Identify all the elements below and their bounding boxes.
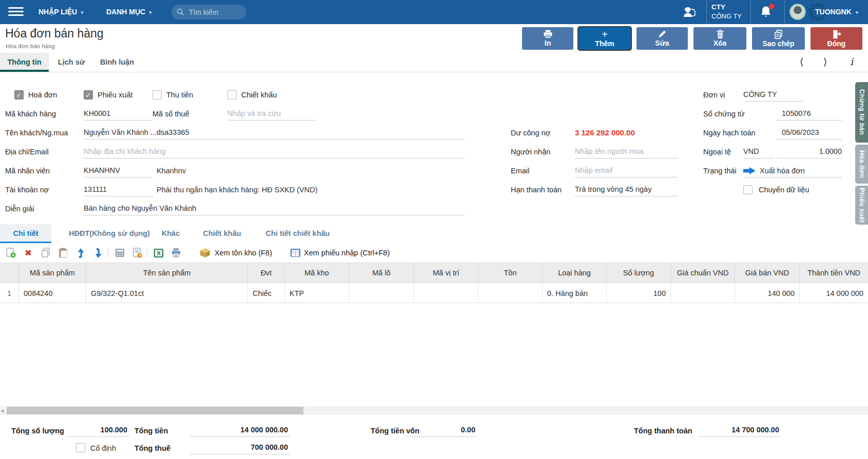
dien-giai-field[interactable] xyxy=(84,202,465,215)
detail-tab-chiet-khau[interactable]: Chiết khấu xyxy=(198,224,246,243)
field-label: Email xyxy=(511,165,529,176)
nav-menu-label: NHẬP LIỆU xyxy=(38,8,77,16)
checkbox-chiet-khau[interactable] xyxy=(227,90,237,99)
ngay-hach-toan-field[interactable] xyxy=(777,126,842,139)
notifications-button[interactable] xyxy=(759,5,774,20)
side-tab-hoa-don[interactable]: Hóa đơn xyxy=(855,145,868,184)
print-button[interactable]: In xyxy=(522,27,573,50)
email-field[interactable] xyxy=(575,164,678,177)
side-tab-chung-tu-ban[interactable]: Chứng từ bán xyxy=(855,82,868,143)
print-grid-button[interactable] xyxy=(169,246,183,260)
exit-door-icon xyxy=(832,30,841,39)
ngoai-te-field[interactable] xyxy=(743,145,774,158)
field-label: Đơn vị xyxy=(703,89,725,101)
report-button[interactable] xyxy=(130,246,144,260)
delete-row-button[interactable]: ✖ xyxy=(22,246,35,260)
tai-khoan-no-field[interactable] xyxy=(84,183,153,196)
company-selector[interactable]: CTY CÔNG TY xyxy=(711,3,742,21)
search-input[interactable] xyxy=(188,8,243,17)
button-label: In xyxy=(545,39,551,47)
so-chung-tu-field[interactable] xyxy=(777,107,842,121)
trang-thai-field[interactable]: Xuất hóa đơn xyxy=(743,164,842,177)
ma-nhan-vien-field[interactable] xyxy=(84,164,153,177)
copy-button[interactable]: Sao chép xyxy=(752,27,805,50)
printer-small-icon xyxy=(171,248,181,257)
cell-dvt: Chiếc xyxy=(247,284,284,303)
arrow-up-icon xyxy=(76,248,85,258)
edit-button[interactable]: Sửa xyxy=(636,27,688,50)
scrollbar-thumb[interactable] xyxy=(7,407,303,414)
paste-row-button[interactable] xyxy=(56,246,70,260)
ma-khach-hang-field[interactable] xyxy=(84,107,153,121)
header-cell: Giá chuẩn VND xyxy=(670,263,735,283)
copy-row-icon xyxy=(41,248,51,258)
checkbox-phieu-xuat[interactable]: ✓ xyxy=(84,90,93,99)
field-label: Tên khách/Ng.mua xyxy=(5,127,68,138)
detail-tab-chi-tiet-chiet-khau[interactable]: Chi tiết chiết khấu xyxy=(259,224,336,243)
cell-loai-hang: 0. Hàng bán xyxy=(542,284,606,303)
delete-button[interactable]: Xóa xyxy=(693,27,746,50)
button-label: Thêm xyxy=(595,39,614,48)
close-button[interactable]: Đóng xyxy=(811,27,862,50)
nav-menu-danh-muc[interactable]: DANH MỤC▾ xyxy=(106,0,152,24)
page-subtitle: Hóa đơn bán hàng xyxy=(6,43,55,49)
table-row[interactable]: 1 0084240 G9/322-Q1.01ct Chiếc KTP 0. Hà… xyxy=(0,284,868,303)
calculator-icon xyxy=(115,248,125,257)
global-search[interactable] xyxy=(171,5,246,19)
info-icon[interactable]: i xyxy=(850,53,853,72)
cell-ma-vi-tri xyxy=(414,284,478,303)
field-label: Mã nhân viên xyxy=(5,165,50,176)
nav-menu-nhap-lieu[interactable]: NHẬP LIỆU▾ xyxy=(38,0,84,24)
header-cell: Mã vị trí xyxy=(414,263,478,283)
add-button[interactable]: + Thêm xyxy=(578,27,631,50)
header-cell: Tên sản phẩm xyxy=(86,263,247,283)
horizontal-scrollbar[interactable]: ◂ xyxy=(0,406,868,415)
plus-icon: + xyxy=(602,30,608,39)
next-record-button[interactable]: ⟩ xyxy=(823,53,827,72)
chevron-down-icon: ▾ xyxy=(149,9,152,15)
field-label: Mã số thuế xyxy=(152,108,189,119)
view-stock-button[interactable] xyxy=(198,246,211,260)
button-label: Đóng xyxy=(827,39,846,48)
tab-lich-su[interactable]: Lịch sử xyxy=(53,53,90,72)
dia-chi-field[interactable] xyxy=(84,145,465,158)
scroll-left-arrow-icon[interactable]: ◂ xyxy=(1,406,4,415)
don-vi-field[interactable] xyxy=(743,88,803,102)
field-label: Mã khách hàng xyxy=(5,108,56,119)
ty-gia-field[interactable] xyxy=(777,145,842,158)
view-receipt-button[interactable] xyxy=(288,246,302,260)
view-receipt-label[interactable]: Xem phiếu nhập (Ctrl+F8) xyxy=(304,243,390,263)
prev-record-button[interactable]: ⟨ xyxy=(800,53,803,72)
copy-row-button[interactable] xyxy=(39,246,52,260)
export-excel-button[interactable] xyxy=(152,246,165,260)
support-headset-icon[interactable] xyxy=(682,5,697,20)
checkbox-thu-tien[interactable] xyxy=(152,90,162,99)
tab-thong-tin[interactable]: Thông tin xyxy=(0,53,49,72)
checkbox-chuyen-du-lieu[interactable] xyxy=(743,185,753,194)
add-row-button[interactable] xyxy=(4,246,17,260)
record-tabbar: Thông tin Lịch sử Bình luận ⟨ ⟩ i xyxy=(0,53,868,72)
view-stock-label[interactable]: Xem tồn kho (F8) xyxy=(215,243,272,263)
cell-ma-san-pham: 0084240 xyxy=(18,284,86,303)
move-up-button[interactable] xyxy=(74,246,87,260)
checkbox-co-dinh[interactable] xyxy=(76,443,85,452)
hamburger-menu-icon[interactable] xyxy=(8,7,24,17)
user-menu[interactable]: TUONGNK▾ xyxy=(815,0,858,24)
nguoi-nhan-field[interactable] xyxy=(575,145,678,158)
ma-so-thue-field[interactable] xyxy=(227,107,316,121)
check-icon: ✓ xyxy=(86,91,91,99)
checkbox-hoa-don[interactable]: ✓ xyxy=(14,90,24,99)
detail-tab-hddt[interactable]: HĐĐT(Không sử dụng) xyxy=(66,224,153,243)
field-label: Trạng thái xyxy=(703,165,737,176)
header-cell: Đvt xyxy=(247,263,284,283)
han-thanh-toan-field[interactable] xyxy=(575,183,678,196)
detail-tab-chi-tiet[interactable]: Chi tiết xyxy=(0,224,51,243)
user-avatar[interactable] xyxy=(789,4,806,20)
move-down-button[interactable] xyxy=(91,246,105,260)
tab-binh-luan[interactable]: Bình luận xyxy=(94,53,140,72)
company-code: CTY xyxy=(711,3,742,12)
calculator-button[interactable] xyxy=(113,246,126,260)
ten-khach-field[interactable] xyxy=(84,126,465,139)
side-tab-phieu-xuat[interactable]: Phiếu xuất xyxy=(855,186,868,225)
detail-tab-khac[interactable]: Khác xyxy=(154,224,187,243)
